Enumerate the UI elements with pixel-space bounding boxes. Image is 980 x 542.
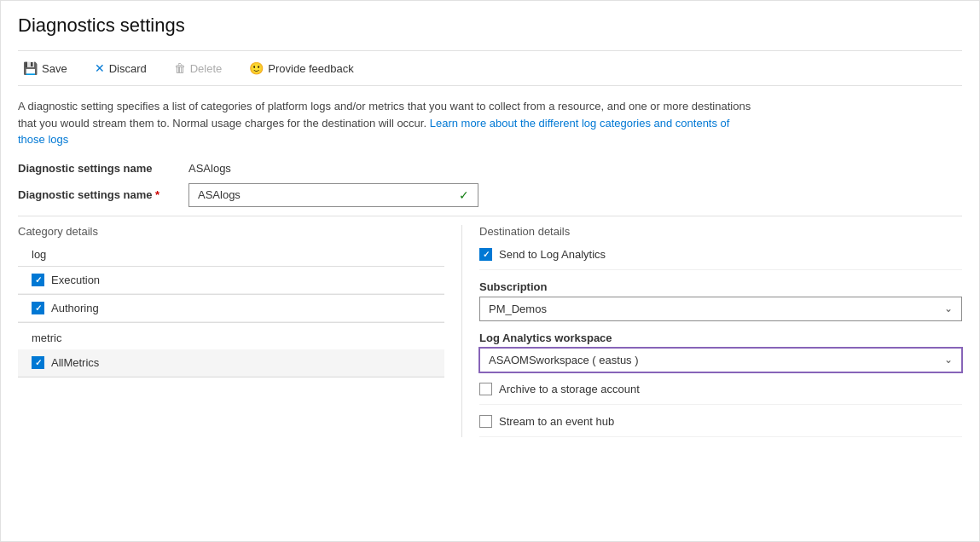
authoring-checkbox[interactable]: ✓: [32, 302, 44, 314]
stream-to-event-hub-checkbox[interactable]: [479, 415, 492, 428]
subscription-dropdown-arrow: ⌄: [944, 303, 953, 314]
execution-check-mark: ✓: [35, 275, 42, 285]
stream-to-event-hub-label[interactable]: Stream to an event hub: [499, 415, 614, 428]
destination-details-section: Destination details ✓ Send to Log Analyt…: [461, 225, 962, 437]
feedback-icon: 🙂: [249, 61, 264, 75]
send-to-log-analytics-row: ✓ Send to Log Analytics: [479, 248, 962, 270]
allmetrics-row: ✓ AllMetrics: [18, 349, 444, 377]
valid-check-icon: ✓: [459, 188, 469, 202]
allmetrics-label[interactable]: AllMetrics: [51, 356, 99, 369]
discard-button[interactable]: ✕ Discard: [90, 58, 152, 78]
description-text: A diagnostic setting specifies a list of…: [18, 98, 751, 148]
category-details-header: Category details: [18, 225, 444, 238]
name-readonly-value: ASAlogs: [188, 162, 231, 175]
discard-label: Discard: [109, 62, 147, 75]
subscription-dropdown[interactable]: PM_Demos ⌄: [479, 297, 962, 321]
log-analytics-workspace-dropdown[interactable]: ASAOMSworkspace ( eastus ) ⌄: [479, 348, 962, 372]
save-label: Save: [42, 62, 67, 75]
authoring-label[interactable]: Authoring: [51, 302, 99, 314]
metric-section-label: metric: [32, 332, 444, 344]
name-readonly-label: Diagnostic settings name: [18, 162, 188, 175]
authoring-divider: [18, 322, 444, 323]
archive-to-storage-label[interactable]: Archive to a storage account: [499, 383, 640, 395]
stream-to-event-hub-row: Stream to an event hub: [479, 415, 962, 437]
allmetrics-divider: [18, 377, 444, 378]
section-divider: [18, 216, 962, 216]
allmetrics-checkbox[interactable]: ✓: [32, 356, 44, 369]
save-icon: 💾: [23, 61, 38, 75]
archive-to-storage-row: Archive to a storage account: [479, 383, 962, 405]
feedback-button[interactable]: 🙂 Provide feedback: [244, 58, 358, 78]
name-input-value: ASAlogs: [198, 188, 241, 201]
feedback-label: Provide feedback: [268, 62, 353, 75]
log-analytics-workspace-value: ASAOMSworkspace ( eastus ): [489, 354, 639, 366]
toolbar: 💾 Save ✕ Discard 🗑 Delete 🙂 Provide feed…: [18, 50, 962, 86]
execution-label[interactable]: Execution: [51, 274, 100, 286]
category-details-section: Category details log ✓ Execution ✓ Autho…: [18, 225, 461, 437]
subscription-label: Subscription: [479, 280, 962, 293]
authoring-check-mark: ✓: [35, 303, 42, 313]
delete-button[interactable]: 🗑 Delete: [169, 58, 228, 78]
discard-icon: ✕: [95, 61, 105, 75]
save-button[interactable]: 💾 Save: [18, 58, 72, 78]
execution-checkbox[interactable]: ✓: [32, 274, 44, 286]
log-analytics-workspace-section: Log Analytics workspace ASAOMSworkspace …: [479, 332, 962, 372]
workspace-dropdown-arrow: ⌄: [944, 354, 953, 366]
log-section-label: log: [32, 248, 444, 261]
subscription-section: Subscription PM_Demos ⌄: [479, 280, 962, 321]
execution-row: ✓ Execution: [18, 267, 444, 294]
allmetrics-check-mark: ✓: [35, 358, 42, 367]
archive-to-storage-checkbox[interactable]: [479, 383, 492, 395]
name-input[interactable]: ASAlogs ✓: [188, 183, 478, 207]
log-analytics-workspace-label: Log Analytics workspace: [479, 332, 962, 344]
send-to-log-analytics-checkbox[interactable]: ✓: [479, 248, 492, 261]
name-input-label: Diagnostic settings name: [18, 188, 188, 201]
subscription-value: PM_Demos: [489, 303, 547, 315]
name-readonly-row: Diagnostic settings name ASAlogs: [18, 162, 962, 175]
two-col-layout: Category details log ✓ Execution ✓ Autho…: [18, 225, 962, 437]
log-analytics-check-mark: ✓: [483, 250, 490, 259]
send-to-log-analytics-label[interactable]: Send to Log Analytics: [499, 248, 606, 261]
authoring-row: ✓ Authoring: [18, 295, 444, 322]
destination-options: ✓ Send to Log Analytics Subscription PM_…: [479, 248, 962, 437]
diagnostics-settings-page: Diagnostics settings 💾 Save ✕ Discard 🗑 …: [0, 0, 980, 542]
page-title: Diagnostics settings: [18, 14, 962, 37]
delete-label: Delete: [190, 62, 223, 75]
delete-icon: 🗑: [174, 61, 186, 75]
name-input-row: Diagnostic settings name ASAlogs ✓: [18, 183, 962, 207]
destination-details-header: Destination details: [479, 225, 962, 238]
